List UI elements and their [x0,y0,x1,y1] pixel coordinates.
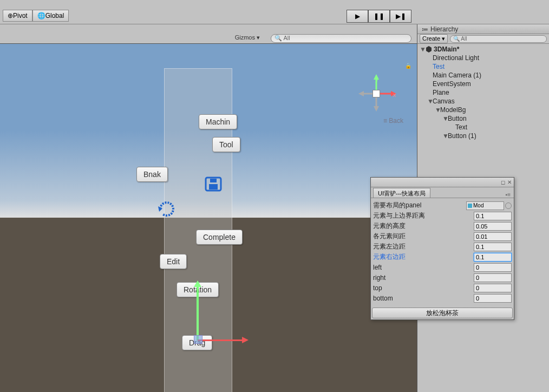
play-controls: ▶ ❚❚ ▶❚ [347,10,411,23]
number-input[interactable] [474,263,512,272]
relax-button[interactable]: 放松泡杯茶 [372,308,513,318]
hierarchy-toolbar: Create ▾ 🔍 All [417,34,549,44]
scene-button-bnak[interactable]: Bnak [136,167,168,182]
move-gizmo-center[interactable] [194,335,202,344]
step-button[interactable]: ▶❚ [390,10,411,23]
play-button[interactable]: ▶ [347,10,368,23]
scene-button-complete[interactable]: Complete [196,230,243,245]
number-input[interactable] [474,222,512,231]
hierarchy-item[interactable]: EventSystem [417,80,549,88]
popout-icon[interactable]: ◻ [501,179,505,185]
hierarchy-search-input[interactable]: 🔍 All [450,35,547,43]
hierarchy-tab[interactable]: ≔Hierarchy [417,24,549,34]
hierarchy-item[interactable]: ▼Button (1) [417,132,549,140]
number-input[interactable] [474,294,512,303]
hierarchy-item[interactable]: ▼ModelBg [417,106,549,114]
number-input[interactable] [474,284,512,292]
orientation-gizmo[interactable]: y x [352,71,401,120]
refresh-icon [156,201,178,217]
svg-rect-2 [210,179,217,182]
property-list: 需要布局的panelMod元素与上边界距离元素的高度各元素间距元素左边距元素右边… [371,198,514,305]
create-dropdown[interactable]: Create ▾ [420,34,448,43]
property-row: left [373,262,512,272]
scene-root[interactable]: ▼ 3DMain* [417,45,549,54]
hierarchy-item[interactable]: Main Camera (1) [417,71,549,80]
svg-marker-10 [374,106,379,112]
property-label: top [373,284,474,292]
scene-button-tool[interactable]: Tool [212,137,240,152]
property-row: 需要布局的panelMod [373,200,512,211]
property-label: 元素的高度 [373,221,474,231]
axis-label-y: y [375,76,378,83]
scene-viewport[interactable]: Machin Tool Bnak Complete Edit Rotation … [0,44,417,392]
pause-button[interactable]: ❚❚ [368,10,390,23]
object-field[interactable]: Mod [466,201,504,210]
scene-view: Gizmos ▾ 🔍 All Machin Tool Bnak Complete… [0,24,417,392]
context-menu-icon[interactable]: ▪≡ [506,192,511,198]
gizmos-dropdown[interactable]: Gizmos ▾ [235,34,260,41]
hierarchy-item[interactable]: Test [417,62,549,71]
scene-button-edit[interactable]: Edit [160,254,187,269]
number-input[interactable] [474,212,512,220]
scene-button-machin[interactable]: Machin [199,114,237,129]
property-label: 各元素间距 [373,232,474,241]
hierarchy-item[interactable]: Plane [417,88,549,97]
svg-rect-1 [209,184,218,190]
number-input[interactable] [474,243,512,251]
property-row: 元素左边距 [373,241,512,252]
number-input[interactable] [474,273,512,282]
object-picker-icon[interactable] [505,202,512,209]
window-titlebar[interactable]: ◻ ✕ [371,178,514,187]
close-icon[interactable]: ✕ [507,179,512,185]
property-label: 需要布局的panel [373,201,466,210]
property-row: right [373,272,512,283]
property-row: bottom [373,293,512,303]
property-row: 元素的高度 [373,221,512,231]
scene-toolbar: Gizmos ▾ 🔍 All [0,24,417,44]
hierarchy-item[interactable]: ▼Button [417,114,549,123]
scene-search-input[interactable]: 🔍 All [271,34,411,43]
global-button[interactable]: 🌐 Global [32,10,69,22]
lock-icon[interactable]: 🔒 [405,63,411,69]
save-icon [204,177,223,192]
svg-marker-8 [358,91,364,96]
hierarchy-tree: ▼ 3DMain* Directional LightTestMain Came… [417,44,549,141]
property-label: 元素右边距 [373,252,474,262]
property-label: 元素与上边界距离 [373,211,474,220]
pivot-button[interactable]: ⊕ Pivot [3,10,32,22]
axis-label-x: x [393,92,396,98]
number-input[interactable] [474,253,512,262]
hierarchy-item[interactable]: ▼Canvas [417,97,549,106]
hierarchy-item[interactable]: Directional Light [417,54,549,62]
number-input[interactable] [474,232,512,241]
move-gizmo-y-axis[interactable] [197,282,199,341]
main-toolbar: ⊕ Pivot 🌐 Global ▶ ❚❚ ▶❚ [0,0,549,24]
property-label: left [373,264,474,271]
property-label: 元素左边距 [373,242,474,251]
property-row: 各元素间距 [373,231,512,241]
back-label[interactable]: ≡ Back [383,117,403,125]
handle-mode-group: ⊕ Pivot 🌐 Global [3,10,69,22]
hierarchy-item[interactable]: Text [417,123,549,132]
property-label: right [373,274,474,282]
property-row: 元素与上边界距离 [373,211,512,221]
property-label: bottom [373,295,474,302]
layout-tool-window: ◻ ✕ UI雷驴---快速布局 ▪≡ 需要布局的panelMod元素与上边界距离… [370,177,514,320]
property-row: 元素右边距 [373,252,512,262]
window-tab[interactable]: UI雷驴---快速布局 [373,188,430,198]
property-row: top [373,283,512,293]
move-gizmo-x-axis[interactable] [198,339,246,341]
